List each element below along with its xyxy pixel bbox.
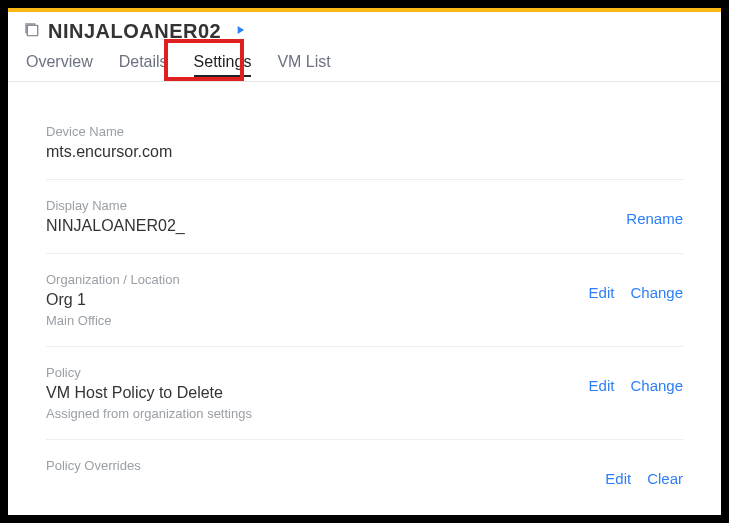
tabs: Overview Details Settings VM List xyxy=(8,47,721,82)
row-display-name: Display Name NINJALOANER02_ Rename xyxy=(46,180,683,254)
row-device-name: Device Name mts.encursor.com xyxy=(46,112,683,180)
app-frame: NINJALOANER02 Overview Details Settings … xyxy=(8,8,721,515)
org-edit-button[interactable]: Edit xyxy=(589,284,615,301)
rename-button[interactable]: Rename xyxy=(626,210,683,227)
row-org-location: Organization / Location Org 1 Main Offic… xyxy=(46,254,683,347)
overrides-clear-button[interactable]: Clear xyxy=(647,470,683,487)
tab-settings[interactable]: Settings xyxy=(190,47,256,81)
overrides-edit-button[interactable]: Edit xyxy=(605,470,631,487)
policy-label: Policy xyxy=(46,365,589,380)
row-policy-overrides: Policy Overrides Edit Clear xyxy=(46,440,683,505)
org-location-sub: Main Office xyxy=(46,313,589,328)
svg-rect-1 xyxy=(27,25,38,36)
device-name-value: mts.encursor.com xyxy=(46,143,683,161)
policy-value: VM Host Policy to Delete xyxy=(46,384,589,402)
display-name-label: Display Name xyxy=(46,198,626,213)
header: NINJALOANER02 xyxy=(8,20,721,43)
row-policy: Policy VM Host Policy to Delete Assigned… xyxy=(46,347,683,440)
org-change-button[interactable]: Change xyxy=(630,284,683,301)
device-icon xyxy=(22,20,40,43)
page-title: NINJALOANER02 xyxy=(48,20,221,43)
tab-vmlist[interactable]: VM List xyxy=(273,47,334,81)
display-name-value: NINJALOANER02_ xyxy=(46,217,626,235)
accent-bar xyxy=(8,8,721,12)
play-icon[interactable] xyxy=(233,23,247,40)
tab-details[interactable]: Details xyxy=(115,47,172,81)
tab-overview[interactable]: Overview xyxy=(22,47,97,81)
settings-panel: Device Name mts.encursor.com Display Nam… xyxy=(8,82,721,515)
policy-edit-button[interactable]: Edit xyxy=(589,377,615,394)
org-location-label: Organization / Location xyxy=(46,272,589,287)
org-location-value: Org 1 xyxy=(46,291,589,309)
policy-change-button[interactable]: Change xyxy=(630,377,683,394)
device-name-label: Device Name xyxy=(46,124,683,139)
policy-sub: Assigned from organization settings xyxy=(46,406,589,421)
overrides-label: Policy Overrides xyxy=(46,458,605,473)
